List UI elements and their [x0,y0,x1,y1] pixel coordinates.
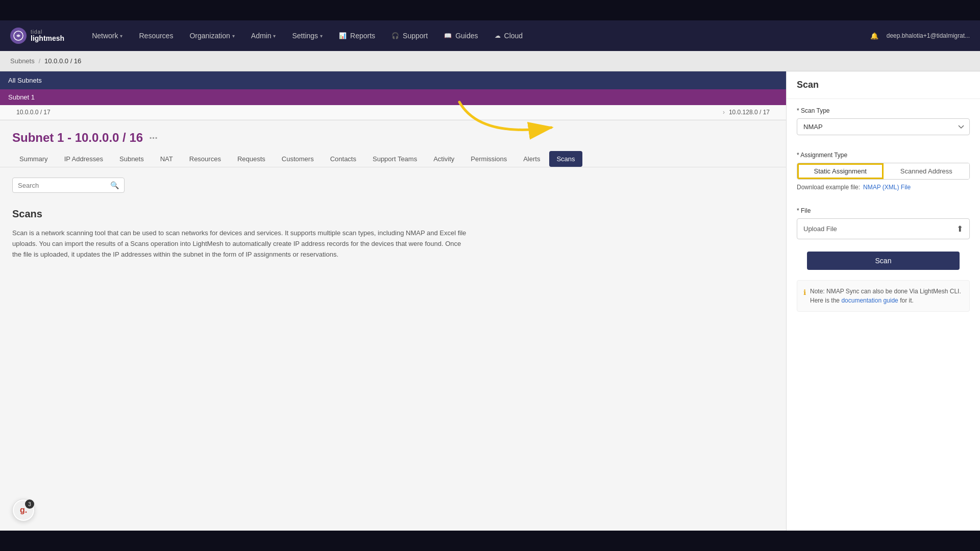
all-subnets-header[interactable]: All Subnets [0,71,786,89]
nav-items: Network ▾ Resources Organization ▾ Admin… [85,28,870,44]
bottom-bar [0,531,980,551]
scan-button-container: Scan [787,247,980,274]
chevron-down-icon: ▾ [232,33,235,39]
scans-description-text: Scan is a network scanning tool that can… [12,228,472,260]
tab-support-teams[interactable]: Support Teams [365,151,424,167]
subnet-sub-row[interactable]: 10.0.0.0 / 17 › 10.0.128.0 / 17 [0,105,786,120]
page-title: Subnet 1 - 10.0.0.0 / 16 ··· [12,131,774,145]
note-suffix: for it. [900,297,914,304]
download-nmap-link[interactable]: NMAP (XML) File [863,184,911,191]
logo-icon [10,28,27,44]
ip-right: 10.0.128.0 / 17 [729,109,770,116]
chevron-down-icon: ▾ [120,33,122,39]
breadcrumb-parent[interactable]: Subnets [10,57,35,65]
tab-alerts[interactable]: Alerts [516,151,547,167]
nav-right: 🔔 deep.bhalotia+1@tidalmigrat... [870,32,970,40]
file-section: * File Upload File ⬆ [787,199,980,247]
breadcrumb: Subnets / 10.0.0.0 / 16 [0,51,980,71]
logo-lightmesh: lightmesh [31,35,64,42]
nav-reports[interactable]: 📊 Reports [332,28,382,44]
logo-text: tidal lightmesh [31,30,64,42]
scan-type-select[interactable]: NMAP Excel [797,118,970,135]
breadcrumb-separator: / [39,58,40,65]
chart-icon: 📊 [339,32,347,39]
notification-bell[interactable]: 🔔 [870,32,878,40]
nav-organization[interactable]: Organization ▾ [182,28,241,44]
assignment-type-group: Static Assignment Scanned Address [797,163,970,180]
scan-type-section: * Scan Type NMAP Excel [787,99,980,143]
download-link-area: Download example file: NMAP (XML) File [797,184,970,191]
tab-customers[interactable]: Customers [275,151,321,167]
search-input[interactable] [18,182,106,189]
chevron-down-icon: ▾ [320,33,323,39]
scans-section-title: Scans [12,208,774,220]
navbar: tidal lightmesh Network ▾ Resources Orga… [0,20,980,51]
page-header: Subnet 1 - 10.0.0.0 / 16 ··· [0,120,786,149]
headset-icon: 🎧 [391,32,399,39]
tab-permissions[interactable]: Permissions [463,151,514,167]
nav-guides[interactable]: 📖 Guides [437,28,485,44]
scanned-address-button[interactable]: Scanned Address [884,163,970,179]
download-label: Download example file: [797,184,860,191]
upload-file-button[interactable]: Upload File [803,225,837,233]
info-icon: ℹ [803,287,806,298]
top-bar [0,0,980,20]
file-upload-area[interactable]: Upload File ⬆ [797,218,970,239]
tab-resources[interactable]: Resources [182,151,228,167]
tab-ip-addresses[interactable]: IP Addresses [57,151,110,167]
nav-resources[interactable]: Resources [132,28,180,44]
scan-submit-button[interactable]: Scan [807,252,960,270]
user-menu[interactable]: deep.bhalotia+1@tidalmigrat... [887,32,970,39]
chevron-down-icon: ▾ [273,33,276,39]
tab-activity[interactable]: Activity [426,151,461,167]
logo-area[interactable]: tidal lightmesh [10,28,64,44]
chat-widget[interactable]: g. 3 [12,499,35,521]
nav-admin[interactable]: Admin ▾ [244,28,283,44]
tab-scans[interactable]: Scans [549,151,582,167]
search-icon: 🔍 [110,181,119,189]
arrow-icon: › [723,109,725,116]
bell-icon: 🔔 [870,32,878,40]
tree-header-label: All Subnets [8,77,42,84]
content-area: All Subnets Subnet 1 10.0.0.0 / 17 › 10.… [0,71,786,531]
search-box[interactable]: 🔍 [12,178,125,193]
tab-summary[interactable]: Summary [12,151,55,167]
panel-title: Scan [787,71,980,99]
assignment-type-section: * Assignment Type Static Assignment Scan… [787,143,980,199]
documentation-guide-link[interactable]: documentation guide [841,297,898,304]
page-options-button[interactable]: ··· [149,132,158,144]
tab-nat[interactable]: NAT [153,151,180,167]
ip-left: 10.0.0.0 / 17 [16,109,719,116]
book-icon: 📖 [444,32,452,39]
scans-content: 🔍 Scans Scan is a network scanning tool … [0,167,786,270]
nav-cloud[interactable]: ☁ Cloud [487,28,530,44]
tab-subnets[interactable]: Subnets [112,151,151,167]
nav-support[interactable]: 🎧 Support [384,28,435,44]
cloud-icon: ☁ [495,32,501,39]
breadcrumb-current: 10.0.0.0 / 16 [44,57,81,65]
scans-description: Scans Scan is a network scanning tool th… [12,208,774,260]
subnet-name: Subnet 1 [8,93,35,101]
subnet-row[interactable]: Subnet 1 [0,89,786,105]
static-assignment-button[interactable]: Static Assignment [797,163,884,179]
tabs-bar: Summary IP Addresses Subnets NAT Resourc… [0,149,786,167]
upload-icon: ⬆ [957,224,963,234]
nav-settings[interactable]: Settings ▾ [285,28,330,44]
panel-note: ℹ Note: NMAP Sync can also be done Via L… [797,280,970,312]
assignment-type-label: * Assignment Type [797,152,970,159]
chat-badge: 3 [25,499,34,509]
nav-network[interactable]: Network ▾ [85,28,130,44]
scan-type-label: * Scan Type [797,107,970,114]
file-label: * File [797,207,970,214]
right-panel: Scan * Scan Type NMAP Excel * Assignment… [786,71,980,531]
subnet-tree: All Subnets Subnet 1 10.0.0.0 / 17 › 10.… [0,71,786,120]
tab-contacts[interactable]: Contacts [323,151,363,167]
tab-requests[interactable]: Requests [230,151,273,167]
